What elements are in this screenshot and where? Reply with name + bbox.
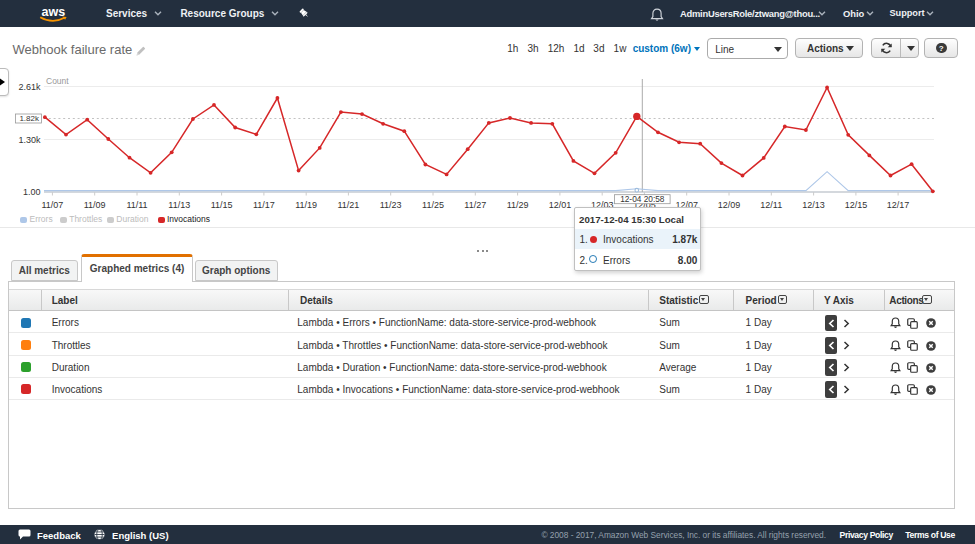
svg-text:12/01: 12/01 [549, 200, 572, 210]
svg-text:11/11: 11/11 [126, 200, 147, 210]
svg-text:11/21: 11/21 [337, 200, 359, 210]
svg-text:1.30k: 1.30k [18, 135, 41, 145]
svg-text:12/13: 12/13 [802, 200, 825, 210]
svg-text:12/11: 12/11 [760, 200, 782, 210]
svg-text:11/23: 11/23 [380, 200, 402, 210]
svg-text:11/19: 11/19 [295, 200, 317, 210]
svg-text:11/07: 11/07 [41, 200, 63, 210]
svg-text:1.00: 1.00 [23, 187, 41, 197]
svg-text:11/13: 11/13 [168, 200, 190, 210]
svg-text:12/17: 12/17 [887, 200, 910, 210]
svg-text:12/15: 12/15 [845, 200, 868, 210]
svg-text:11/17: 11/17 [253, 200, 275, 210]
svg-text:11/27: 11/27 [464, 200, 486, 210]
svg-text:2.61k: 2.61k [18, 82, 41, 92]
svg-text:11/29: 11/29 [507, 200, 529, 210]
svg-text:Count: Count [46, 76, 69, 86]
svg-text:11/09: 11/09 [84, 200, 106, 210]
svg-text:11/25: 11/25 [422, 200, 444, 210]
svg-text:11/15: 11/15 [211, 200, 233, 210]
svg-text:12/09: 12/09 [718, 200, 741, 210]
svg-text:12-04 20:58: 12-04 20:58 [620, 194, 665, 204]
svg-text:1.82k: 1.82k [19, 114, 40, 123]
